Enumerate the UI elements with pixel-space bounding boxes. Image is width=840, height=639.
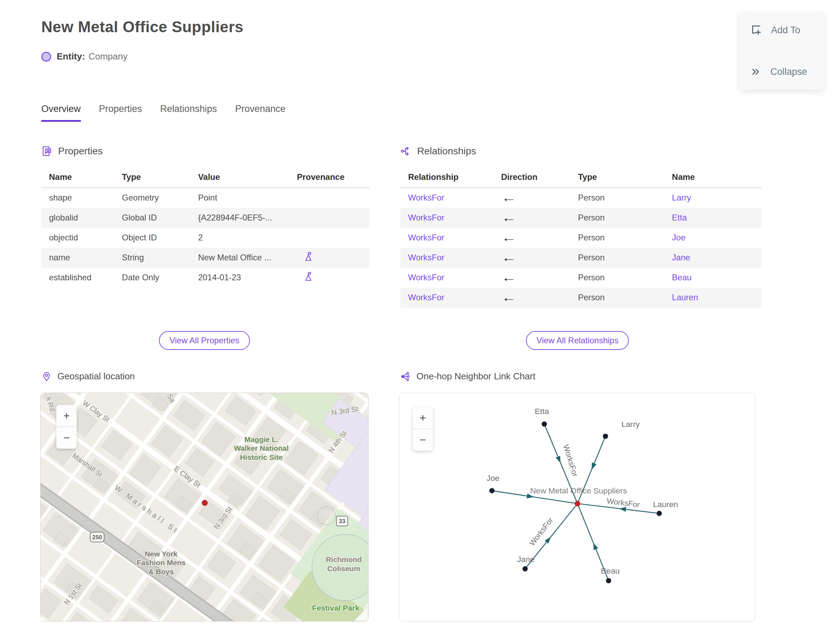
tab-properties[interactable]: Properties <box>99 103 142 122</box>
entity-row: Entity: Company <box>41 51 127 62</box>
tab-provenance[interactable]: Provenance <box>235 103 286 122</box>
graph-center-node[interactable] <box>575 501 580 506</box>
entity-name-link[interactable]: Beau <box>672 273 692 282</box>
property-provenance-cell <box>294 208 370 228</box>
relationship-link[interactable]: WorksFor <box>408 213 444 222</box>
graph-node[interactable] <box>606 578 611 583</box>
property-type: Object ID <box>119 228 195 248</box>
entity-name-link[interactable]: Lauren <box>672 292 698 302</box>
properties-section-title: Properties <box>58 146 103 157</box>
direction-left-arrow-icon: ← <box>501 271 516 284</box>
graph-node-label: Joe <box>487 474 500 483</box>
map-pin-icon <box>41 371 52 382</box>
column-header: Relationship <box>400 168 498 188</box>
entity-name-link[interactable]: Jane <box>672 253 690 262</box>
graph-node[interactable] <box>603 434 608 439</box>
relationship-cell: WorksFor <box>400 268 498 288</box>
name-cell: Etta <box>669 208 762 228</box>
chart-zoom-control: + − <box>413 407 433 451</box>
column-header: Name <box>669 168 762 188</box>
properties-icon <box>41 146 52 157</box>
property-value: {A228944F-0EF5-... <box>195 208 294 228</box>
graph-node[interactable] <box>657 510 662 516</box>
table-header-row: RelationshipDirectionTypeName <box>400 168 762 188</box>
column-header: Name <box>41 168 119 188</box>
relationship-cell: WorksFor <box>400 288 498 308</box>
direction-cell: ← <box>498 228 575 248</box>
geospatial-section-title: Geospatial location <box>57 371 135 382</box>
link-chart-canvas[interactable]: WorksForWorksForWorksForEttaLarryJoeLaur… <box>399 393 755 622</box>
direction-cell: ← <box>498 188 575 208</box>
relationship-row: WorksFor←PersonEtta <box>400 208 762 228</box>
relationship-link[interactable]: WorksFor <box>408 292 444 302</box>
property-provenance-cell <box>294 228 370 248</box>
map-canvas[interactable]: k RdW Clay StSaMarshall StW Marshall StE… <box>40 393 369 622</box>
relationship-row: WorksFor←PersonLarry <box>400 188 762 208</box>
view-all-properties-button[interactable]: View All Properties <box>159 331 250 350</box>
relationship-cell: WorksFor <box>400 188 498 208</box>
relationship-row: WorksFor←PersonLauren <box>400 288 762 308</box>
collapse-button[interactable]: Collapse <box>750 66 814 78</box>
direction-left-arrow-icon: ← <box>501 191 516 204</box>
direction-cell: ← <box>498 268 575 288</box>
property-row: objectidObject ID2 <box>41 228 370 248</box>
graph-edge-label: WorksFor <box>527 516 555 547</box>
name-cell: Jane <box>669 248 762 268</box>
entity-type-value: Company <box>89 51 127 62</box>
property-provenance-cell <box>294 188 370 208</box>
graph-edge-arrow <box>592 462 597 470</box>
relationship-link[interactable]: WorksFor <box>408 253 444 262</box>
view-all-relationships-button[interactable]: View All Relationships <box>526 331 629 350</box>
property-name: shape <box>41 188 119 208</box>
direction-cell: ← <box>498 288 575 308</box>
entity-name-link[interactable]: Etta <box>672 213 687 222</box>
graph-node-label: Etta <box>535 407 549 416</box>
graph-node[interactable] <box>489 488 495 493</box>
relationship-link[interactable]: WorksFor <box>408 193 444 202</box>
property-row: nameStringNew Metal Office ... <box>41 248 370 268</box>
add-to-button[interactable]: Add To <box>750 24 814 37</box>
relationships-icon <box>400 146 412 157</box>
property-value: 2014-01-23 <box>195 268 294 288</box>
entity-name-link[interactable]: Larry <box>672 193 691 202</box>
direction-left-arrow-icon: ← <box>501 231 516 244</box>
column-header: Value <box>195 168 294 188</box>
graph-node-label: Beau <box>601 566 620 575</box>
property-provenance-cell[interactable] <box>294 248 370 268</box>
double-chevron-right-icon <box>750 66 762 78</box>
tab-relationships[interactable]: Relationships <box>160 103 217 122</box>
entity-name-link[interactable]: Joe <box>672 233 686 242</box>
relationship-link[interactable]: WorksFor <box>408 233 444 242</box>
property-type: Geometry <box>119 188 195 208</box>
graph-node-label: Larry <box>622 420 640 429</box>
property-name: objectid <box>41 228 119 248</box>
page-title: New Metal Office Suppliers <box>41 18 243 36</box>
relationship-link[interactable]: WorksFor <box>408 273 444 282</box>
type-cell: Person <box>575 268 669 288</box>
column-header: Type <box>119 168 195 188</box>
graph-node[interactable] <box>542 421 547 427</box>
chart-zoom-out-button[interactable]: − <box>413 429 433 451</box>
property-name: globalid <box>41 208 119 228</box>
link-chart: WorksForWorksForWorksForEttaLarryJoeLaur… <box>399 393 755 621</box>
route-shield-number: 33 <box>339 518 345 525</box>
map-zoom-out-button[interactable]: − <box>56 427 76 448</box>
properties-table: NameTypeValueProvenanceshapeGeometryPoin… <box>41 168 370 288</box>
relationship-cell: WorksFor <box>400 228 498 248</box>
tab-overview[interactable]: Overview <box>41 103 81 122</box>
property-value: Point <box>195 188 294 208</box>
entity-label: Entity: <box>57 51 85 62</box>
property-type: Global ID <box>119 208 195 228</box>
property-type: String <box>119 248 195 268</box>
type-cell: Person <box>575 188 669 208</box>
relationship-cell: WorksFor <box>400 208 498 228</box>
type-cell: Person <box>575 248 669 268</box>
direction-left-arrow-icon: ← <box>501 211 516 224</box>
graph-node[interactable] <box>523 566 528 571</box>
property-provenance-cell[interactable] <box>294 268 370 288</box>
tab-bar: OverviewPropertiesRelationshipsProvenanc… <box>41 103 286 122</box>
chart-zoom-in-button[interactable]: + <box>413 407 433 429</box>
property-value: New Metal Office ... <box>195 248 294 268</box>
map-zoom-in-button[interactable]: + <box>56 405 76 427</box>
geospatial-section-header: Geospatial location <box>41 371 135 382</box>
